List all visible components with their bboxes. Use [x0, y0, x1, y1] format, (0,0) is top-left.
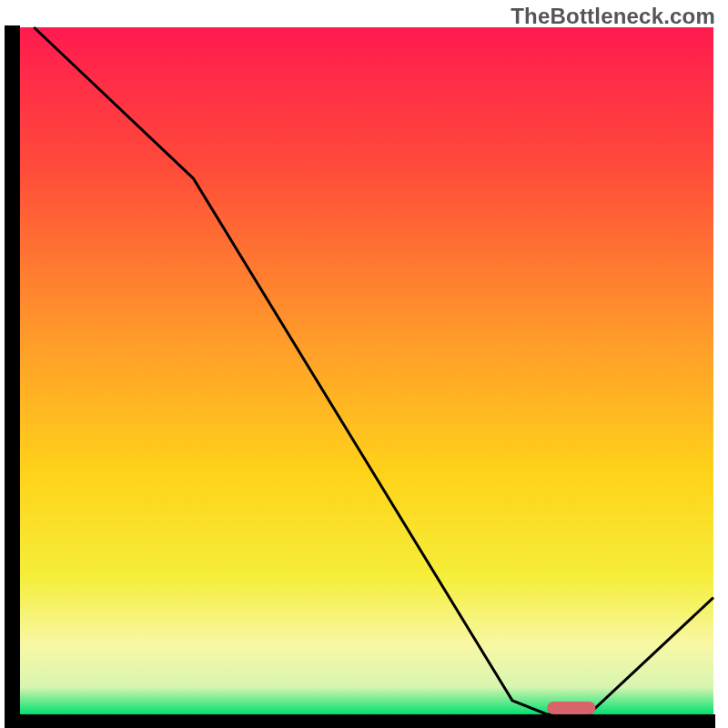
- chart-container: TheBottleneck.com: [0, 0, 728, 728]
- bottleneck-chart: [0, 0, 728, 728]
- watermark-text: TheBottleneck.com: [511, 4, 715, 29]
- optimal-range-marker: [547, 702, 595, 714]
- plot-background: [20, 27, 713, 714]
- y-axis: [5, 25, 20, 728]
- x-axis: [5, 714, 715, 728]
